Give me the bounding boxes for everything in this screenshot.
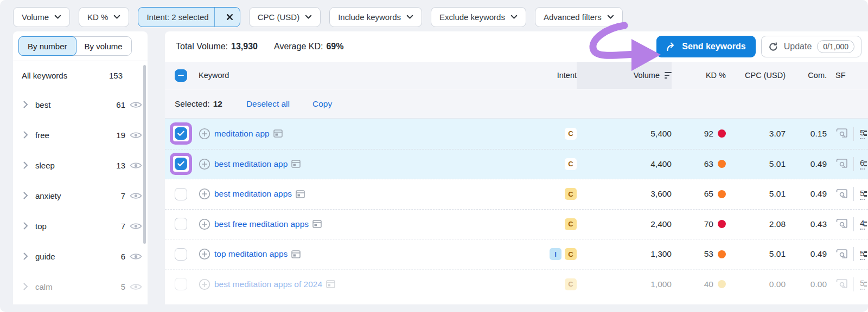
group-count: 6 (121, 252, 125, 261)
cpc-value: 5.01 (769, 249, 786, 259)
copy-link[interactable]: Copy (312, 99, 332, 109)
close-icon[interactable] (220, 8, 240, 27)
average-kd-label: Average KD: (274, 42, 323, 51)
deselect-all-link[interactable]: Deselect all (246, 99, 290, 109)
checkbox-highlight (170, 153, 192, 175)
update-button[interactable]: Update 0/1,000 (761, 36, 861, 57)
tab-by-volume[interactable]: By volume (75, 36, 132, 56)
total-volume-label: Total Volume: (176, 42, 228, 51)
serp-preview-icon[interactable] (835, 278, 848, 290)
row-checkbox[interactable] (175, 158, 187, 170)
add-to-list-icon[interactable] (199, 188, 210, 200)
summary-bar: Total Volume: 13,930 Average KD: 69% Sen… (165, 31, 868, 62)
send-keywords-button[interactable]: Send keywords (656, 36, 755, 57)
column-cpc[interactable]: CPC (USD) (745, 71, 786, 80)
select-all-checkbox[interactable] (175, 69, 187, 82)
eye-icon[interactable] (130, 192, 142, 200)
serp-icon (312, 220, 322, 228)
sf-value[interactable]: 5 (860, 249, 865, 260)
eye-icon[interactable] (130, 101, 142, 109)
checkbox-highlight (170, 122, 192, 145)
eye-icon[interactable] (130, 283, 142, 291)
com-value: 0.49 (810, 159, 827, 169)
keyword-link[interactable]: best meditation apps (214, 189, 292, 199)
row-checkbox[interactable] (175, 278, 187, 290)
sidebar-scrollbar[interactable] (143, 65, 146, 244)
tab-by-number[interactable]: By number (18, 36, 76, 56)
add-to-list-icon[interactable] (199, 278, 210, 290)
column-kd[interactable]: KD % (706, 71, 726, 80)
sf-value[interactable]: 5 (860, 128, 865, 139)
column-intent[interactable]: Intent (557, 71, 577, 80)
serp-preview-icon[interactable] (835, 218, 848, 230)
serp-icon (291, 250, 301, 258)
keyword-link[interactable]: best free meditation apps (214, 219, 309, 229)
column-sf[interactable]: SF (835, 71, 846, 80)
cpc-value: 3.07 (769, 129, 786, 139)
row-checkbox[interactable] (175, 218, 187, 230)
com-value: 0.00 (810, 280, 827, 289)
filter-dropdown[interactable]: Intent: 2 selected (138, 7, 240, 27)
serp-preview-icon[interactable] (835, 249, 848, 260)
chevron-right-icon (23, 283, 28, 290)
keyword-link[interactable]: top meditation apps (214, 249, 288, 259)
group-count: 13 (116, 161, 125, 170)
selection-toolbar: Selected: 12 Deselect all Copy (165, 89, 868, 119)
eye-icon[interactable] (130, 222, 142, 230)
filter-dropdown[interactable]: Advanced filters (535, 7, 623, 27)
group-label: sleep (35, 161, 55, 170)
column-com[interactable]: Com. (808, 71, 827, 80)
filter-label: Volume (22, 12, 49, 22)
filter-dropdown[interactable]: Exclude keywords (431, 7, 526, 27)
sf-value[interactable]: 4 (860, 218, 865, 230)
serp-preview-icon[interactable] (835, 188, 848, 200)
group-count: 5 (121, 282, 125, 291)
sidebar-group-item[interactable]: top 7 (13, 211, 148, 241)
sf-value[interactable]: 6 (860, 158, 865, 170)
sf-divider (853, 277, 854, 291)
intent-badge-I: I (550, 248, 561, 260)
intent-badges: IC (550, 248, 577, 260)
sidebar-item-all-keywords[interactable]: All keywords 153 (13, 61, 148, 89)
add-to-list-icon[interactable] (199, 248, 210, 260)
cpc-value: 5.01 (769, 189, 786, 199)
keyword-link[interactable]: best meditation app (214, 159, 288, 169)
intent-badges: C (565, 158, 577, 170)
filter-dropdown[interactable]: KD % (79, 7, 129, 27)
add-to-list-icon[interactable] (199, 218, 210, 230)
sf-divider (853, 157, 854, 171)
sidebar-group-item[interactable]: free 19 (13, 120, 148, 150)
row-checkbox[interactable] (175, 127, 187, 140)
sidebar-group-item[interactable]: sleep 13 (13, 150, 148, 180)
keyword-link[interactable]: meditation app (214, 129, 270, 139)
serp-preview-icon[interactable] (835, 128, 848, 139)
eye-icon[interactable] (130, 252, 142, 261)
add-to-list-icon[interactable] (199, 128, 210, 140)
row-checkbox[interactable] (175, 248, 187, 261)
filter-label: KD % (87, 12, 108, 22)
column-keyword[interactable]: Keyword (199, 71, 229, 80)
filter-dropdown[interactable]: CPC (USD) (249, 7, 321, 27)
filter-label: CPC (USD) (258, 12, 300, 22)
eye-icon[interactable] (130, 131, 142, 139)
filter-label: Exclude keywords (439, 12, 505, 22)
serp-icon (296, 190, 305, 198)
eye-icon[interactable] (130, 161, 142, 170)
kd-dot-icon (718, 160, 726, 168)
sf-value[interactable]: 5 (860, 188, 865, 200)
table-header: Keyword Intent Volume KD % CPC (USD) Com… (165, 62, 868, 89)
sidebar-group-item[interactable]: guide 6 (13, 241, 148, 271)
filter-dropdown[interactable]: Include keywords (329, 7, 422, 27)
keyword-link[interactable]: best meditation apps of 2024 (214, 280, 322, 289)
table-row: best free meditation apps C 2,400 70 2.0… (165, 209, 868, 239)
sf-value[interactable]: 5 (860, 278, 865, 290)
sidebar-group-item[interactable]: best 61 (13, 89, 148, 120)
row-checkbox[interactable] (175, 188, 187, 200)
sidebar-group-item[interactable]: calm 5 (13, 271, 148, 302)
serp-preview-icon[interactable] (835, 158, 848, 170)
results-panel: Total Volume: 13,930 Average KD: 69% Sen… (165, 31, 868, 304)
column-volume-sorted[interactable]: Volume (577, 62, 672, 89)
filter-dropdown[interactable]: Volume (13, 7, 70, 27)
sidebar-group-item[interactable]: anxiety 7 (13, 180, 148, 211)
add-to-list-icon[interactable] (199, 158, 210, 170)
